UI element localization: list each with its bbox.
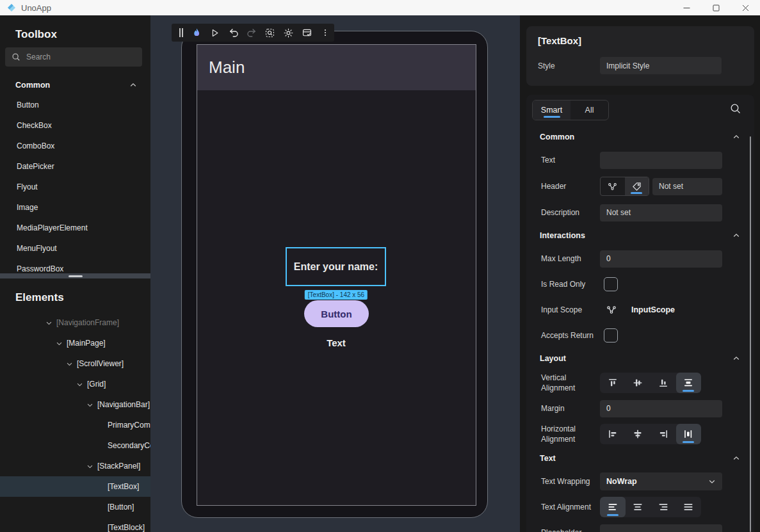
chevron-up-icon[interactable] (732, 232, 740, 239)
max-length-field[interactable] (600, 250, 722, 268)
play-button[interactable] (206, 24, 225, 42)
properties-search-icon[interactable] (730, 103, 741, 115)
header-literal-toggle[interactable] (625, 177, 649, 195)
tree-item[interactable]: [Button] (0, 497, 150, 517)
valign-top-button[interactable] (600, 373, 626, 393)
undo-button[interactable] (224, 24, 243, 42)
chevron-up-icon[interactable] (732, 455, 740, 462)
tree-item[interactable]: [MainPage] (0, 333, 150, 353)
valign-stretch-button[interactable] (676, 373, 702, 393)
description-field[interactable] (600, 204, 722, 222)
theme-toggle-button[interactable] (279, 24, 298, 42)
splitter-grip-icon (69, 275, 83, 277)
tree-item[interactable]: SecondaryCo (0, 435, 150, 456)
checklist-icon (302, 28, 312, 38)
hot-design-button[interactable] (188, 24, 206, 42)
text-align-left-button[interactable] (600, 497, 626, 517)
header-field[interactable] (652, 178, 722, 195)
halign-center-button[interactable] (626, 424, 651, 444)
designed-button[interactable]: Button (304, 300, 369, 327)
tree-item[interactable]: [Grid] (0, 374, 150, 394)
section-text-header[interactable]: Text (540, 452, 740, 465)
toolbox-item[interactable]: Image (0, 197, 150, 218)
chevron-down-icon[interactable] (45, 319, 56, 326)
close-button[interactable] (731, 0, 760, 15)
accepts-return-checkbox[interactable] (604, 328, 618, 343)
text-field[interactable] (600, 152, 722, 169)
tree-item[interactable]: [NavigationBar] (0, 394, 150, 415)
input-scope-label: Input Scope (541, 305, 600, 315)
text-wrapping-value: NoWrap (606, 477, 637, 486)
is-read-only-checkbox[interactable] (604, 277, 618, 291)
device-screen[interactable]: Main Enter your name: Button Text [TextB… (197, 44, 476, 506)
margin-field[interactable] (600, 400, 722, 417)
tree-item[interactable]: [TextBlock] (0, 517, 150, 532)
design-canvas[interactable]: Main Enter your name: Button Text [TextB… (150, 15, 520, 532)
minimize-button[interactable] (672, 0, 701, 15)
panel-splitter[interactable] (0, 273, 150, 278)
chevron-down-icon[interactable] (56, 340, 67, 347)
horizontal-alignment-label: Horizontal Alignment (541, 424, 600, 444)
drag-handle[interactable] (175, 24, 188, 42)
properties-scrollbar[interactable] (750, 136, 752, 532)
chevron-down-icon[interactable] (86, 463, 97, 470)
text-align-center-button[interactable] (626, 497, 651, 517)
tab-smart[interactable]: Smart (533, 101, 570, 120)
text-align-justify-button[interactable] (676, 497, 702, 517)
placeholder-field[interactable] (600, 524, 722, 532)
halign-stretch-button[interactable] (676, 424, 702, 444)
toolbox-item[interactable]: MediaPlayerElement (0, 218, 150, 238)
chevron-up-icon[interactable] (732, 355, 740, 362)
toolbox-item[interactable]: PasswordBox (0, 259, 150, 273)
text-wrapping-select[interactable]: NoWrap (600, 472, 722, 490)
designed-textbox[interactable]: Enter your name: (286, 247, 386, 286)
toolbox-item[interactable]: ComboBox (0, 136, 150, 156)
selection-size-badge: [TextBox] - 142 x 56 (305, 290, 368, 300)
header-binding-toggle[interactable] (601, 177, 625, 195)
tree-item[interactable]: [NavigationFrame] (0, 312, 150, 333)
tree-item[interactable]: [StackPanel] (0, 456, 150, 476)
toolbox-item[interactable]: CheckBox (0, 115, 150, 136)
tree-item-label: [TextBlock] (108, 523, 145, 532)
text-label: Text (541, 155, 600, 165)
toolbox-item[interactable]: DatePicker (0, 156, 150, 177)
checklist-button[interactable] (298, 24, 316, 42)
toolbox-group-header[interactable]: Common (15, 78, 137, 92)
chevron-up-icon[interactable] (129, 81, 137, 89)
binding-icon[interactable] (606, 305, 617, 315)
chevron-down-icon[interactable] (86, 401, 97, 408)
toolbox-item[interactable]: MenuFlyout (0, 238, 150, 259)
halign-left-button[interactable] (600, 424, 626, 444)
toolbox-panel: Toolbox Common Button CheckBox ComboBox (0, 15, 150, 273)
toolbox-item[interactable]: Flyout (0, 177, 150, 197)
description-label: Description (541, 207, 600, 218)
section-layout-header[interactable]: Layout (540, 352, 740, 365)
tree-item[interactable]: [ScrollViewer] (0, 353, 150, 374)
redo-button[interactable] (243, 24, 261, 42)
valign-center-button[interactable] (626, 373, 651, 393)
valign-bottom-button[interactable] (651, 373, 676, 393)
section-common-header[interactable]: Common (540, 131, 740, 143)
designer-toolbar (172, 24, 334, 42)
toolbox-item[interactable]: Button (0, 95, 150, 115)
maximize-button[interactable] (701, 0, 731, 15)
more-options-button[interactable] (316, 24, 334, 42)
inspect-element-button[interactable] (261, 24, 280, 42)
style-field[interactable] (600, 57, 722, 74)
tree-item[interactable]: [TextBox] (0, 476, 150, 497)
chevron-down-icon[interactable] (66, 360, 77, 367)
input-scope-value[interactable]: InputScope (631, 305, 675, 314)
search-input[interactable] (26, 52, 122, 61)
tab-all[interactable]: All (570, 101, 608, 120)
chevron-down-icon[interactable] (76, 381, 87, 388)
margin-label: Margin (541, 403, 600, 414)
elements-tree: [NavigationFrame] [MainPage] [ScrollView… (0, 312, 150, 532)
toolbox-search[interactable] (5, 47, 142, 67)
text-align-right-button[interactable] (651, 497, 676, 517)
halign-right-button[interactable] (651, 424, 676, 444)
page-body[interactable]: Enter your name: Button Text [TextBox] -… (197, 90, 476, 506)
chevron-up-icon[interactable] (732, 133, 740, 141)
section-interactions-header[interactable]: Interactions (540, 229, 740, 242)
designed-textblock[interactable]: Text (327, 337, 346, 348)
tree-item[interactable]: PrimaryComm (0, 415, 150, 435)
